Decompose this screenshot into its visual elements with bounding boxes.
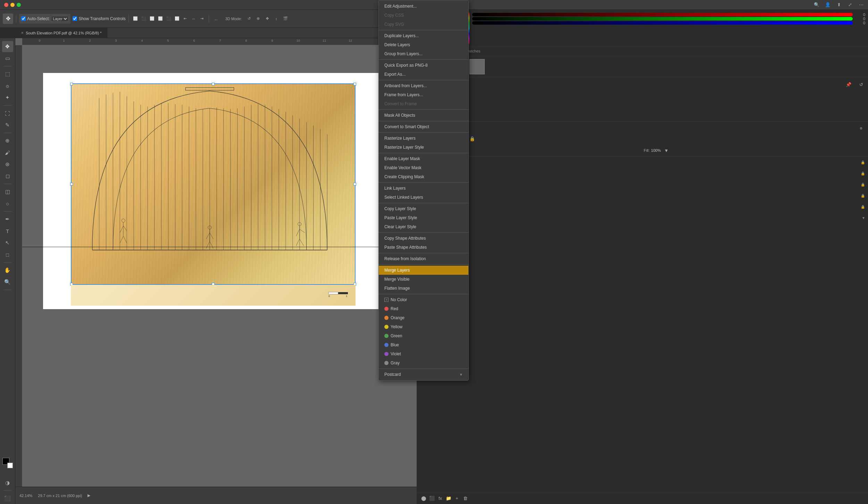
- menu-duplicate-layers[interactable]: Duplicate Layers...: [379, 31, 468, 40]
- menu-merge-layers[interactable]: Merge Layers: [379, 266, 468, 275]
- layer-item-4[interactable]: 👁 Texture 🔒: [417, 190, 868, 201]
- postcard-dropdown[interactable]: ▼: [862, 216, 865, 220]
- menu-red[interactable]: Red: [379, 304, 468, 313]
- menu-blue[interactable]: Blue: [379, 340, 468, 349]
- screen-mode-btn[interactable]: ⬛: [2, 493, 13, 504]
- eraser-tool[interactable]: ◻: [2, 171, 13, 182]
- lasso-tool[interactable]: ⌾: [2, 80, 13, 91]
- menu-convert-to-frame[interactable]: Convert to Frame: [379, 99, 468, 108]
- marquee-tool[interactable]: ⬚: [2, 68, 13, 80]
- move-tool-btn[interactable]: ✥: [3, 14, 13, 24]
- layer-item-5[interactable]: 👁 ion Drawing 🔒: [417, 201, 868, 212]
- arrow-icon[interactable]: ▶: [87, 493, 90, 498]
- 3d-btn-4[interactable]: ↕: [273, 15, 280, 23]
- document-tab[interactable]: ✕ South Elevation PDF.pdf @ 42.1% (RGB/8…: [15, 28, 107, 38]
- clone-tool[interactable]: ⊛: [2, 159, 13, 170]
- eyedropper-tool[interactable]: ✎: [2, 119, 13, 131]
- menu-rasterize-layers[interactable]: Rasterize Layers: [379, 134, 468, 143]
- menu-rasterize-layer-style[interactable]: Rasterize Layer Style: [379, 143, 468, 152]
- shape-tool[interactable]: □: [2, 249, 13, 260]
- align-right-btn[interactable]: ⬜: [148, 15, 156, 23]
- more-options-btn[interactable]: ...: [212, 14, 220, 24]
- share-panel-btn[interactable]: ⬆: [835, 1, 843, 9]
- delete-layer-btn[interactable]: 🗑: [461, 494, 469, 503]
- layer-dropdown[interactable]: Layer: [51, 16, 68, 22]
- more-panel-btn[interactable]: ⋯: [857, 1, 865, 9]
- menu-copy-shape-attributes[interactable]: Copy Shape Attributes: [379, 234, 468, 243]
- handle-tc[interactable]: [212, 83, 215, 85]
- layer-item-1[interactable]: 👁 Texture 🔒: [417, 157, 868, 168]
- red-slider-track[interactable]: [472, 13, 853, 16]
- align-middle-btn[interactable]: ⬛: [165, 15, 173, 23]
- artboard-tool[interactable]: ▭: [2, 53, 13, 64]
- search-panel-btn[interactable]: 🔍: [812, 1, 821, 9]
- menu-edit-adjustment[interactable]: Edit Adjustment...: [379, 2, 468, 11]
- align-left-btn[interactable]: ⬜: [132, 15, 139, 23]
- channels-expand-btn[interactable]: ≡: [857, 124, 865, 132]
- background-color[interactable]: [7, 463, 13, 468]
- auto-select-checkbox[interactable]: [21, 16, 26, 21]
- distribute-left-btn[interactable]: ⇤: [182, 15, 189, 23]
- tab-close-icon[interactable]: ✕: [21, 31, 24, 35]
- menu-flatten-image[interactable]: Flatten Image: [379, 284, 468, 293]
- align-center-btn[interactable]: ⬛: [140, 15, 148, 23]
- canvas-content[interactable]: 0 1: [22, 45, 417, 487]
- new-layer-btn[interactable]: +: [453, 494, 461, 503]
- brush-tool[interactable]: 🖌: [2, 147, 13, 158]
- close-button[interactable]: [4, 3, 8, 7]
- menu-copy-css[interactable]: Copy CSS: [379, 11, 468, 20]
- handle-ml[interactable]: [70, 183, 73, 185]
- move-tool[interactable]: ✥: [2, 41, 13, 52]
- channel-icon-6[interactable]: 🔒: [468, 134, 476, 143]
- green-slider-track[interactable]: [472, 17, 853, 20]
- menu-copy-svg[interactable]: Copy SVG: [379, 20, 468, 29]
- transform-controls-checkbox[interactable]: [73, 16, 77, 21]
- dodge-tool[interactable]: ○: [2, 198, 13, 209]
- minimize-button[interactable]: [10, 3, 15, 7]
- menu-copy-layer-style[interactable]: Copy Layer Style: [379, 204, 468, 213]
- gradient-tool[interactable]: ◫: [2, 186, 13, 197]
- add-fill-layer-btn[interactable]: ⬤: [419, 494, 428, 503]
- menu-no-color[interactable]: ✕ No Color: [379, 295, 468, 304]
- menu-link-layers[interactable]: Link Layers: [379, 184, 468, 193]
- magic-wand-tool[interactable]: ✦: [2, 92, 13, 103]
- user-panel-btn[interactable]: 👤: [824, 1, 832, 9]
- menu-postcard[interactable]: Postcard ▼: [379, 370, 468, 379]
- add-layer-mask-btn[interactable]: ⬛: [428, 494, 436, 503]
- new-group-btn[interactable]: 📁: [444, 494, 453, 503]
- menu-artboard-from-layers[interactable]: Artboard from Layers...: [379, 81, 468, 90]
- align-top-btn[interactable]: ⬜: [157, 15, 164, 23]
- 3d-btn-5[interactable]: 🎬: [282, 15, 289, 23]
- menu-quick-export[interactable]: Quick Export as PNG-8: [379, 61, 468, 70]
- fill-dropdown-btn[interactable]: ▼: [662, 146, 670, 155]
- maximize-button[interactable]: [17, 3, 21, 7]
- menu-enable-layer-mask[interactable]: Enable Layer Mask: [379, 154, 468, 163]
- align-bottom-btn[interactable]: ⬜: [173, 15, 181, 23]
- menu-enable-vector-mask[interactable]: Enable Vector Mask: [379, 163, 468, 172]
- menu-orange[interactable]: Orange: [379, 313, 468, 322]
- pen-tool[interactable]: ✒: [2, 214, 13, 225]
- menu-gray[interactable]: Gray: [379, 358, 468, 367]
- menu-mask-all-objects[interactable]: Mask All Objects: [379, 111, 468, 120]
- zoom-tool[interactable]: 🔍: [2, 276, 13, 288]
- handle-tl[interactable]: [70, 83, 73, 85]
- menu-yellow[interactable]: Yellow: [379, 322, 468, 331]
- rotate-btn[interactable]: ↺: [857, 80, 865, 89]
- pin-btn[interactable]: 📌: [844, 80, 853, 89]
- path-select-tool[interactable]: ↖: [2, 237, 13, 248]
- crop-tool[interactable]: ⛶: [2, 108, 13, 119]
- menu-frame-from-layers[interactable]: Frame from Layers...: [379, 90, 468, 99]
- layer-item-2[interactable]: 👁 Texture 🔒: [417, 168, 868, 179]
- layer-effects-btn[interactable]: fx: [436, 494, 444, 503]
- 3d-btn-2[interactable]: ⊕: [254, 15, 262, 23]
- distribute-center-btn[interactable]: ↔: [190, 15, 198, 23]
- menu-violet[interactable]: Violet: [379, 349, 468, 358]
- distribute-right-btn[interactable]: ⇥: [198, 15, 206, 23]
- quick-mask-btn[interactable]: ◑: [2, 477, 13, 488]
- menu-paste-shape-attributes[interactable]: Paste Shape Attributes: [379, 243, 468, 252]
- menu-paste-layer-style[interactable]: Paste Layer Style: [379, 213, 468, 222]
- menu-convert-to-smart-object[interactable]: Convert to Smart Object: [379, 122, 468, 131]
- 3d-btn-1[interactable]: ↺: [245, 15, 253, 23]
- hand-tool[interactable]: ✋: [2, 265, 13, 276]
- menu-clear-layer-style[interactable]: Clear Layer Style: [379, 222, 468, 231]
